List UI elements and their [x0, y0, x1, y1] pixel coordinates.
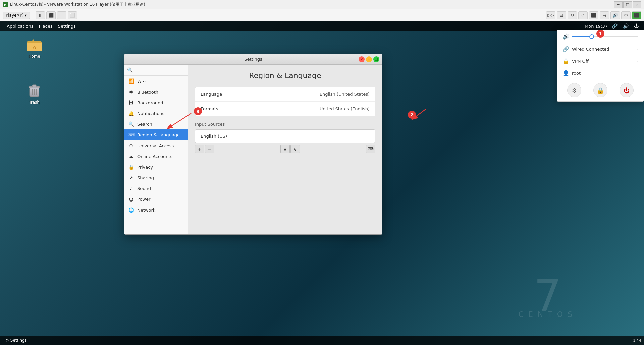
sharing-label: Sharing	[137, 175, 154, 180]
places-menu-btn[interactable]: Places	[36, 21, 55, 31]
bluetooth-icon: ✱	[128, 89, 134, 95]
online-accounts-label: Online Accounts	[137, 154, 172, 159]
toolbar-icon2[interactable]: ⊟	[557, 11, 566, 19]
vmware-minimize-btn[interactable]: −	[614, 1, 623, 8]
toolbar-icon3[interactable]: ↻	[568, 11, 577, 19]
vmware-icon: ▶	[3, 2, 8, 7]
settings-action-btn[interactable]: ⚙	[567, 83, 581, 97]
restore-btn[interactable]: ⬚	[57, 11, 66, 19]
taskbar-settings-item[interactable]: ⚙ Settings	[3, 337, 30, 343]
sidebar-item-privacy[interactable]: 🔒 Privacy	[124, 162, 188, 172]
sound-icon: ♪	[128, 186, 134, 191]
sidebar-item-notifications[interactable]: 🔔 Notifications	[124, 108, 188, 119]
user-icon: 👤	[562, 70, 569, 76]
sharing-icon: ↗	[128, 175, 134, 180]
window-close-btn[interactable]: ×	[359, 56, 365, 62]
sidebar-item-universal-access[interactable]: ⊕ Universal Access	[124, 140, 188, 151]
lock-action-btn[interactable]: 🔒	[593, 83, 607, 97]
toolbar-icon8[interactable]: ⚙	[621, 11, 631, 19]
language-formats-card: Language English (United States) Formats…	[195, 87, 375, 116]
player-menu-btn[interactable]: Player(P) ▾	[3, 12, 30, 19]
power-label: Power	[137, 197, 150, 202]
search-input[interactable]	[135, 68, 188, 73]
sidebar-item-power[interactable]: ⏻ Power	[124, 194, 188, 205]
toolbar-icon4[interactable]: ↺	[578, 11, 588, 19]
vpn-row[interactable]: 🔒 VPN Off ›	[557, 55, 644, 67]
pause-btn[interactable]: ⏸	[36, 11, 45, 19]
window-minimize-btn[interactable]: −	[366, 56, 372, 62]
centos-watermark: 7 CENTOS	[519, 274, 577, 318]
window-maximize-btn[interactable]: □	[373, 56, 379, 62]
language-label: Language	[201, 92, 320, 97]
toolbar-separator	[33, 12, 33, 19]
vpn-label: VPN Off	[572, 59, 634, 64]
sidebar-item-bluetooth[interactable]: ✱ Bluetooth	[124, 87, 188, 97]
remove-input-source-btn[interactable]: −	[205, 145, 214, 153]
sidebar-item-background[interactable]: 🖼 Background	[124, 97, 188, 108]
input-source-controls: + − ∧ ∨ ⌨	[195, 145, 375, 153]
window-body: 🔍 📶 Wi-Fi ✱ Bluetooth 🖼 Background	[124, 65, 382, 234]
sidebar-item-network[interactable]: 🌐 Network	[124, 205, 188, 215]
vpn-icon: 🔒	[562, 58, 569, 64]
sidebar-item-sound[interactable]: ♪ Sound	[124, 183, 188, 194]
language-row[interactable]: Language English (United States)	[195, 87, 375, 102]
network-icon: 🌐	[128, 207, 134, 213]
background-icon: 🖼	[128, 100, 134, 105]
vpn-arrow-icon: ›	[637, 59, 638, 64]
trash-icon[interactable]: Trash	[21, 81, 48, 106]
content-title: Region & Language	[195, 71, 375, 80]
volume-slider[interactable]	[572, 36, 638, 37]
snapshot-btn[interactable]: ⬜	[68, 11, 77, 19]
keyboard-layout-btn[interactable]: ⌨	[366, 145, 375, 153]
move-down-btn[interactable]: ∨	[290, 145, 300, 153]
vmware-maximize-btn[interactable]: □	[623, 1, 632, 8]
wired-connected-row[interactable]: 🔗 Wired Connected ›	[557, 43, 644, 55]
clock-display: Mon 19:37	[585, 24, 608, 29]
applications-menu-btn[interactable]: Applications	[4, 21, 36, 31]
taskbar-right: 1 / 4	[633, 338, 641, 343]
annotation-2: 2	[408, 111, 416, 119]
wifi-icon: 📶	[128, 78, 134, 84]
snap-btn[interactable]: ⬛	[46, 11, 56, 19]
sidebar-item-online-accounts[interactable]: ☁ Online Accounts	[124, 151, 188, 162]
universal-access-label: Universal Access	[137, 143, 174, 148]
desktop: 7 CENTOS ▶ Linux-Centos7版 - VMware Works…	[0, 0, 644, 345]
toolbar-icon9[interactable]: ⬛	[632, 11, 641, 19]
add-input-source-btn[interactable]: +	[195, 145, 204, 153]
sidebar-item-wifi[interactable]: 📶 Wi-Fi	[124, 76, 188, 87]
sound-label: Sound	[137, 186, 151, 191]
volume-fill	[572, 36, 592, 37]
vmware-close-btn[interactable]: ×	[633, 1, 641, 8]
search-label: Search	[137, 122, 152, 127]
sidebar-search-bar[interactable]: 🔍	[124, 65, 188, 76]
annotation-3: 3	[194, 107, 202, 115]
home-label: Home	[28, 54, 40, 59]
annotation-1: 1	[596, 30, 604, 38]
vmware-titlebar: ▶ Linux-Centos7版 - VMware Workstation 16…	[0, 0, 644, 9]
move-up-btn[interactable]: ∧	[280, 145, 290, 153]
input-source-english: English (US)	[195, 130, 375, 143]
sidebar-item-sharing[interactable]: ↗ Sharing	[124, 172, 188, 183]
sidebar-item-search[interactable]: 🔍 Search	[124, 119, 188, 129]
page-info: 1 / 4	[633, 338, 641, 343]
formats-row[interactable]: Formats United States (English)	[195, 102, 375, 116]
wired-connected-label: Wired Connected	[572, 47, 634, 52]
taskbar-settings-label: Settings	[10, 338, 27, 343]
background-label: Background	[137, 100, 163, 105]
toolbar-icon6[interactable]: 🖨	[600, 11, 609, 19]
region-language-label: Region & Language	[137, 132, 180, 137]
toolbar-icon5[interactable]: ⬛	[589, 11, 598, 19]
power-action-btn[interactable]: ⏻	[620, 83, 634, 97]
toolbar-icon7[interactable]: 🔊	[610, 11, 620, 19]
search-menu-icon: 🔍	[128, 121, 134, 127]
settings-window: Settings × − □ 🔍 📶 Wi-Fi ✱ Bluetooth	[124, 54, 382, 235]
vmware-window-controls: − □ ×	[614, 1, 641, 8]
settings-menu-btn[interactable]: Settings	[55, 21, 78, 31]
sidebar-item-region-language[interactable]: ⌨ Region & Language	[124, 129, 188, 140]
toolbar-icon1[interactable]: ▷▷	[546, 11, 555, 19]
home-folder-image: ⌂	[26, 37, 42, 53]
notifications-label: Notifications	[137, 111, 164, 116]
home-icon[interactable]: ⌂ Home	[21, 35, 48, 60]
user-row: 👤 root	[557, 67, 644, 79]
wired-arrow-icon: ›	[637, 47, 638, 52]
